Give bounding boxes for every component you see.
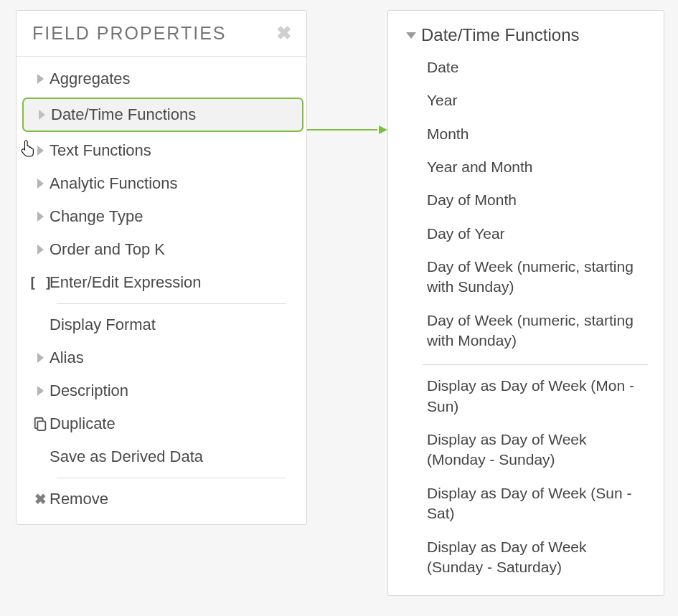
menu-enter-edit-expression[interactable]: [ ] Enter/Edit Expression <box>17 266 306 299</box>
submenu-item[interactable]: Day of Week (numeric, starting with Mond… <box>388 304 664 358</box>
close-icon[interactable]: ✖ <box>276 22 292 44</box>
caret-right-icon <box>31 212 50 222</box>
submenu-list-main: DateYearMonthYear and MonthDay of MonthD… <box>388 51 664 357</box>
caret-right-icon <box>31 146 50 156</box>
menu-label: Alias <box>50 349 84 367</box>
submenu-item[interactable]: Day of Week (numeric, starting with Sund… <box>388 250 664 304</box>
panel-title: FIELD PROPERTIES <box>32 23 227 44</box>
caret-right-icon <box>31 386 50 396</box>
submenu-item[interactable]: Day of Year <box>388 217 664 250</box>
brackets-icon: [ ] <box>31 274 50 291</box>
submenu-item[interactable]: Year <box>388 84 664 117</box>
field-properties-panel: FIELD PROPERTIES ✖ Aggregates Date/Time … <box>16 10 307 525</box>
menu-display-format[interactable]: Display Format <box>17 308 306 341</box>
menu-label: Aggregates <box>50 70 131 88</box>
menu-label: Display Format <box>50 316 156 334</box>
submenu-item[interactable]: Display as Day of Week (Monday - Sunday) <box>388 423 664 477</box>
duplicate-icon <box>31 416 50 432</box>
menu-date-time-functions[interactable]: Date/Time Functions <box>22 98 303 132</box>
menu-duplicate[interactable]: Duplicate <box>17 407 306 440</box>
caret-down-icon <box>401 32 421 39</box>
menu-order-top-k[interactable]: Order and Top K <box>17 233 306 266</box>
field-properties-menu: Aggregates Date/Time Functions Text Func… <box>17 57 306 524</box>
menu-label: Date/Time Functions <box>51 105 196 124</box>
menu-aggregates[interactable]: Aggregates <box>17 62 306 95</box>
submenu-item[interactable]: Day of Month <box>388 184 664 217</box>
caret-right-icon <box>31 353 50 363</box>
menu-label: Analytic Functions <box>50 174 178 193</box>
separator <box>423 364 648 365</box>
menu-label: Change Type <box>50 207 143 226</box>
caret-right-icon <box>32 110 51 120</box>
submenu-item[interactable]: Display as Day of Week (Sun - Sat) <box>388 477 664 531</box>
menu-analytic-functions[interactable]: Analytic Functions <box>17 167 306 200</box>
link-arrow-icon <box>307 125 387 134</box>
caret-right-icon <box>31 179 50 189</box>
caret-right-icon <box>31 74 50 84</box>
separator <box>57 303 286 304</box>
menu-save-derived-data[interactable]: Save as Derived Data <box>17 440 306 473</box>
menu-remove[interactable]: ✖ Remove <box>17 483 306 516</box>
caret-right-icon <box>31 245 50 255</box>
submenu-item[interactable]: Year and Month <box>388 151 664 184</box>
menu-label: Duplicate <box>50 414 116 433</box>
menu-label: Text Functions <box>50 141 151 160</box>
menu-description[interactable]: Description <box>17 374 306 407</box>
separator <box>57 478 286 478</box>
remove-x-icon: ✖ <box>31 491 50 508</box>
panel-header: FIELD PROPERTIES ✖ <box>17 11 306 57</box>
svg-rect-0 <box>37 421 45 430</box>
submenu-item[interactable]: Display as Day of Week (Sunday - Saturda… <box>388 531 664 584</box>
submenu-item[interactable]: Display as Day of Week (Mon - Sun) <box>388 369 664 423</box>
menu-label: Save as Derived Data <box>50 447 203 466</box>
date-time-functions-panel: Date/Time Functions DateYearMonthYear an… <box>387 10 664 596</box>
submenu-item[interactable]: Date <box>388 51 664 84</box>
submenu-list-display: Display as Day of Week (Mon - Sun)Displa… <box>388 369 664 584</box>
submenu-header[interactable]: Date/Time Functions <box>388 18 664 51</box>
menu-text-functions[interactable]: Text Functions <box>17 134 306 167</box>
menu-label: Description <box>50 382 128 400</box>
menu-label: Order and Top K <box>50 240 165 259</box>
menu-alias[interactable]: Alias <box>17 341 306 374</box>
submenu-item[interactable]: Month <box>388 118 664 151</box>
submenu-title: Date/Time Functions <box>421 25 580 45</box>
menu-label: Enter/Edit Expression <box>50 273 202 292</box>
menu-change-type[interactable]: Change Type <box>17 200 306 233</box>
menu-label: Remove <box>50 490 108 508</box>
